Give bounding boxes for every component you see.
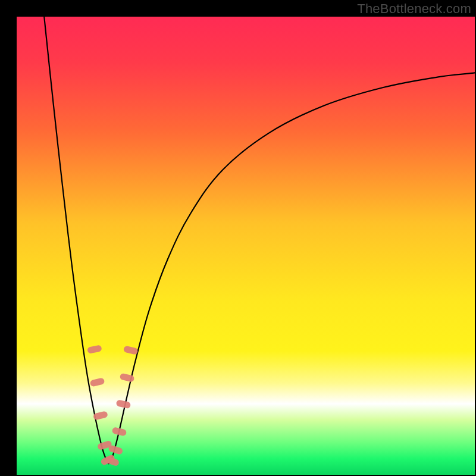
curve-layer [17, 17, 475, 474]
watermark-text: TheBottleneck.com [357, 1, 471, 17]
curve-right-branch [109, 73, 475, 464]
curve-left-branch [44, 17, 109, 464]
data-marker [93, 411, 108, 420]
data-marker [115, 399, 131, 409]
data-marker [123, 346, 139, 355]
plot-area [17, 17, 475, 474]
marker-group [87, 345, 139, 466]
chart-frame: TheBottleneck.com [0, 0, 476, 476]
data-marker [90, 377, 105, 387]
data-marker [87, 345, 102, 354]
